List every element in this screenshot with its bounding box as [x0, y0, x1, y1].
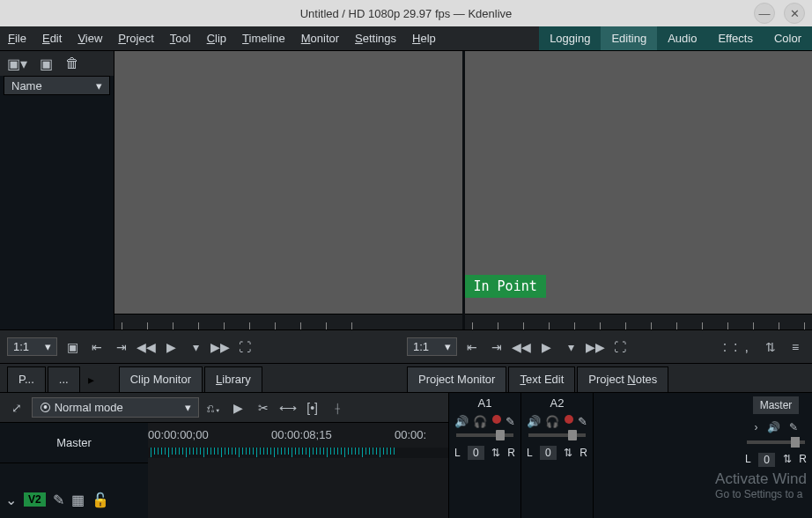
speaker-icon[interactable]: 🔊 — [767, 421, 780, 433]
timeline-tracks[interactable]: 00:00:00;0000:00:08;1500:00: — [148, 423, 448, 518]
workspace-modes: LoggingEditingAudioEffectsColor — [539, 26, 812, 50]
insert-icon[interactable]: [•] — [303, 401, 322, 415]
window-title: Untitled / HD 1080p 29.97 fps — Kdenlive — [0, 7, 812, 20]
mode-effects[interactable]: Effects — [707, 26, 764, 50]
library-tab[interactable]: Library — [204, 366, 262, 392]
film-icon[interactable]: ▦ — [71, 492, 85, 508]
brush-icon[interactable]: ✎ — [578, 415, 587, 428]
grid-icon[interactable]: ▣ — [63, 340, 82, 354]
text-edit-tab[interactable]: Text Edit — [508, 366, 575, 392]
compositing-icon[interactable]: ⎌▾ — [204, 401, 224, 415]
brush-icon[interactable]: ✎ — [506, 415, 515, 428]
menu-settings[interactable]: Settings — [347, 26, 404, 50]
play-icon[interactable]: ▶ — [161, 340, 181, 354]
project-notes-tab[interactable]: Project Notes — [577, 366, 668, 392]
crop-icon[interactable]: ⛶ — [235, 340, 255, 354]
menu-file[interactable]: File — [0, 26, 34, 50]
project-monitor-tab[interactable]: Project Monitor — [407, 366, 506, 392]
channel-a1: A1🔊🎧✎L0⇅R — [449, 393, 521, 518]
close-button[interactable]: ✕ — [784, 3, 805, 24]
stepper-icon[interactable]: ⇅ — [491, 447, 500, 459]
project-monitor-view[interactable]: In Point — [465, 51, 813, 314]
menu-project[interactable]: Project — [110, 26, 161, 50]
menu-edit[interactable]: Edit — [34, 26, 70, 50]
timeline-ruler[interactable] — [148, 448, 448, 458]
master-label: Master — [753, 396, 800, 414]
menu-help[interactable]: Help — [404, 26, 444, 50]
chevron-down-icon[interactable]: ⌄ — [5, 492, 17, 508]
bin-column-name[interactable]: Name▾ — [4, 76, 110, 95]
channel-label: A1 — [454, 396, 515, 410]
brush-icon[interactable]: ✎ — [789, 421, 798, 433]
master-pan-value[interactable]: 0 — [758, 453, 775, 467]
rewind-icon[interactable]: ◀◀ — [137, 340, 156, 354]
new-folder-icon[interactable]: ▣ — [40, 56, 53, 72]
play-menu-icon[interactable]: ▾ — [186, 340, 205, 354]
clip-monitor-toolbar: 1:1▾ ▣ ⇤ ⇥ ◀◀ ▶ ▾ ▶▶ ⛶ — [0, 329, 400, 363]
more-tab[interactable]: ... — [48, 366, 80, 392]
menu-clip[interactable]: Clip — [199, 26, 234, 50]
master-track-header[interactable]: Master — [0, 423, 148, 463]
mode-logging[interactable]: Logging — [539, 26, 601, 50]
pan-value[interactable]: 0 — [468, 446, 484, 460]
menu-view[interactable]: View — [70, 26, 110, 50]
edit-mode-combo[interactable]: ⦿ Normal mode▾ — [32, 397, 199, 418]
timecode-display[interactable]: ::, — [723, 339, 756, 355]
delete-icon[interactable]: 🗑 — [65, 56, 79, 71]
rewind-icon[interactable]: ◀◀ — [512, 340, 531, 354]
chevron-right-icon[interactable]: ▸ — [82, 373, 101, 387]
minimize-button[interactable]: — — [754, 3, 775, 24]
menu-monitor[interactable]: Monitor — [293, 26, 347, 50]
crop-icon[interactable]: ⛶ — [610, 340, 630, 354]
clip-monitor-ruler[interactable] — [114, 314, 462, 329]
lock-icon[interactable]: 🔓 — [92, 492, 109, 508]
pan-value[interactable]: 0 — [540, 446, 557, 460]
menu-tool[interactable]: Tool — [162, 26, 199, 50]
clip-monitor-panel — [114, 51, 465, 329]
forward-icon[interactable]: ▶▶ — [210, 340, 230, 354]
mode-color[interactable]: Color — [764, 26, 812, 50]
timeline-toolbar: ⤢ ⦿ Normal mode▾ ⎌▾ ▶ ✂ ⟷ [•] ⟊ — [0, 393, 448, 423]
clip-monitor-tab[interactable]: Clip Monitor — [119, 366, 203, 392]
play-icon[interactable]: ▶ — [536, 340, 556, 354]
mode-audio[interactable]: Audio — [657, 26, 707, 50]
play-menu-icon[interactable]: ▾ — [561, 340, 580, 354]
record-icon[interactable] — [565, 415, 573, 424]
menu-timeline[interactable]: Timeline — [234, 26, 293, 50]
track-headers: Master ⌄ V2 ✎ ▦ 🔓 — [0, 423, 148, 518]
hamburger-icon[interactable]: ≡ — [786, 340, 805, 354]
clip-zoom-combo[interactable]: 1:1▾ — [7, 337, 57, 356]
clip-monitor-view[interactable] — [114, 51, 462, 314]
overwrite-icon[interactable]: ⟊ — [328, 401, 347, 415]
volume-slider[interactable] — [456, 433, 513, 437]
expand-icon[interactable]: ⤢ — [7, 401, 26, 415]
mark-in-icon[interactable]: ⇤ — [87, 340, 107, 354]
forward-icon[interactable]: ▶▶ — [586, 340, 605, 354]
stepper-icon[interactable]: ⇅ — [564, 447, 572, 459]
project-bin-tab[interactable]: P... — [7, 366, 46, 392]
mode-editing[interactable]: Editing — [601, 26, 657, 50]
mark-out-icon[interactable]: ⇥ — [112, 340, 131, 354]
mute-icon[interactable]: ✎ — [53, 492, 64, 508]
headphone-icon[interactable]: 🎧 — [473, 415, 487, 428]
chevron-up-down-icon[interactable]: ⇅ — [761, 340, 780, 354]
mark-out-icon[interactable]: ⇥ — [487, 340, 506, 354]
speaker-icon[interactable]: 🔊 — [454, 415, 469, 428]
chevron-right-icon[interactable]: › — [755, 421, 758, 433]
record-icon[interactable] — [492, 415, 501, 424]
mark-in-icon[interactable]: ⇤ — [462, 340, 482, 354]
project-monitor-ruler[interactable] — [465, 314, 813, 329]
spacer-icon[interactable]: ⟷ — [278, 401, 298, 415]
headphone-icon[interactable]: 🎧 — [545, 415, 559, 428]
track-v2-header[interactable]: ⌄ V2 ✎ ▦ 🔓 — [0, 486, 148, 513]
channel-a2: A2🔊🎧✎L0⇅R — [521, 393, 594, 518]
pointer-icon[interactable]: ▶ — [229, 401, 248, 415]
timeline-panel: ⤢ ⦿ Normal mode▾ ⎌▾ ▶ ✂ ⟷ [•] ⟊ Master ⌄… — [0, 393, 449, 518]
add-clip-icon[interactable]: ▣▾ — [7, 56, 27, 72]
speaker-icon[interactable]: 🔊 — [527, 415, 541, 428]
proj-zoom-combo[interactable]: 1:1▾ — [407, 337, 457, 356]
volume-slider[interactable] — [528, 433, 586, 437]
menu-bar: FileEditViewProjectToolClipTimelineMonit… — [0, 26, 812, 51]
scissors-icon[interactable]: ✂ — [254, 401, 273, 415]
title-bar: Untitled / HD 1080p 29.97 fps — Kdenlive… — [0, 0, 812, 26]
